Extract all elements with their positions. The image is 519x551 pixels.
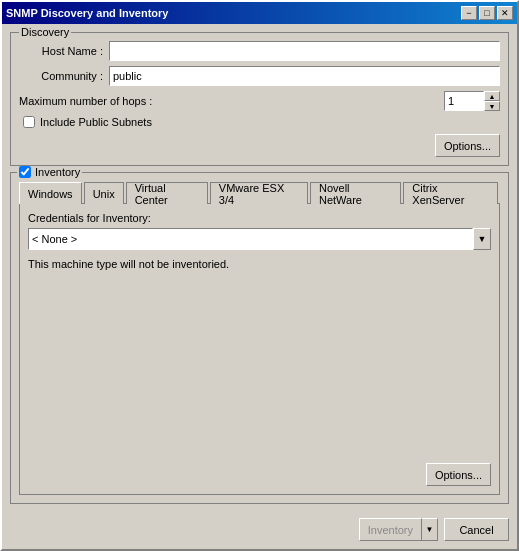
credentials-select[interactable]: < None > [28,228,473,250]
close-button[interactable]: ✕ [497,6,513,20]
cancel-button[interactable]: Cancel [444,518,509,541]
credentials-dropdown-button[interactable]: ▼ [473,228,491,250]
hops-spinner-buttons: ▲ ▼ [484,91,500,111]
include-subnets-label: Include Public Subnets [40,116,152,128]
inventory-options-button[interactable]: Options... [426,463,491,486]
discovery-options-row: Options... [19,134,500,157]
community-input[interactable] [109,66,500,86]
window-content: Discovery Host Name : Community : Maximu… [2,24,517,512]
inventory-checkbox-label: Inventory [17,166,82,178]
tab-citrix-xenserver-label: Citrix XenServer [412,182,489,206]
title-bar: SNMP Discovery and Inventory − □ ✕ [2,2,517,24]
hops-up-button[interactable]: ▲ [484,91,500,101]
credentials-dropdown-wrapper: < None > ▼ [28,228,491,250]
tab-content: Credentials for Inventory: < None > ▼ Th… [19,203,500,495]
inventory-split-button: Inventory ▼ [359,518,438,541]
inventory-dropdown-arrow[interactable]: ▼ [422,518,438,541]
window-title: SNMP Discovery and Inventory [6,7,168,19]
inventory-button[interactable]: Inventory [359,518,422,541]
host-row: Host Name : [19,41,500,61]
tab-windows-label: Windows [28,188,73,200]
bottom-bar: Inventory ▼ Cancel [2,512,517,549]
hops-label: Maximum number of hops : [19,95,444,107]
tab-unix[interactable]: Unix [84,182,124,204]
tab-novell-netware[interactable]: Novell NetWare [310,182,401,204]
credentials-label: Credentials for Inventory: [28,212,491,224]
host-label: Host Name : [19,45,109,57]
host-input[interactable] [109,41,500,61]
tab-novell-netware-label: Novell NetWare [319,182,392,206]
restore-button[interactable]: □ [479,6,495,20]
include-subnets-row: Include Public Subnets [19,116,500,128]
include-subnets-checkbox[interactable] [23,116,35,128]
discovery-options-button[interactable]: Options... [435,134,500,157]
inventory-checkbox[interactable] [19,166,31,178]
tab-windows[interactable]: Windows [19,182,82,204]
inventory-section: Inventory Windows Unix Virtual Center VM… [10,172,509,504]
tab-virtual-center[interactable]: Virtual Center [126,182,208,204]
discovery-group-label: Discovery [19,26,71,38]
title-bar-buttons: − □ ✕ [461,6,513,20]
hops-row: Maximum number of hops : ▲ ▼ [19,91,500,111]
community-label: Community : [19,70,109,82]
discovery-group: Discovery Host Name : Community : Maximu… [10,32,509,166]
tab-citrix-xenserver[interactable]: Citrix XenServer [403,182,498,204]
inventory-options-row: Options... [28,457,491,486]
tab-unix-label: Unix [93,188,115,200]
tabs-bar: Windows Unix Virtual Center VMware ESX 3… [19,181,500,203]
main-window: SNMP Discovery and Inventory − □ ✕ Disco… [0,0,519,551]
tab-virtual-center-label: Virtual Center [135,182,199,206]
hops-down-button[interactable]: ▼ [484,101,500,111]
community-row: Community : [19,66,500,86]
inventory-label: Inventory [35,166,80,178]
tab-vmware-esx-label: VMware ESX 3/4 [219,182,299,206]
info-text: This machine type will not be inventorie… [28,258,491,270]
minimize-button[interactable]: − [461,6,477,20]
hops-input[interactable] [444,91,484,111]
hops-spinner: ▲ ▼ [444,91,500,111]
tab-vmware-esx[interactable]: VMware ESX 3/4 [210,182,308,204]
